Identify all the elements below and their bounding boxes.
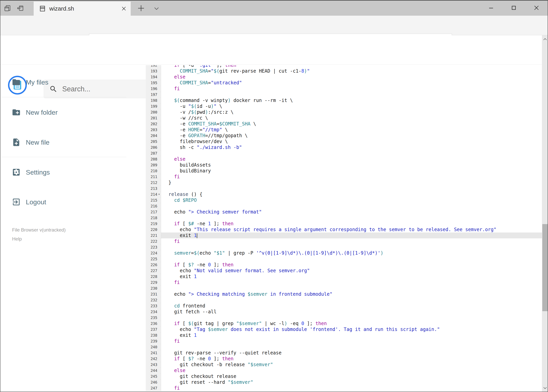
line-number: 210 xyxy=(146,168,161,174)
code-line-208[interactable]: 208 else xyxy=(146,156,542,162)
code-line-204[interactable]: 204 -e GOPATH=//tmp/gopath \ xyxy=(146,133,542,139)
code-line-238[interactable]: 238 exit 1 xyxy=(146,332,542,338)
logout-icon xyxy=(12,197,21,206)
code-line-215[interactable]: 215 cd $REPO xyxy=(146,197,542,203)
line-number: 208 xyxy=(146,156,161,162)
code-line-203[interactable]: 203 -e HOME="//tmp" \ xyxy=(146,127,542,133)
code-line-233[interactable]: 233 cd frontend xyxy=(146,303,542,309)
scroll-down-icon[interactable] xyxy=(542,385,548,391)
tab-list-chevron-icon[interactable] xyxy=(152,5,161,12)
code-line-237[interactable]: 237 echo "Tag $semver does not exist in … xyxy=(146,326,542,332)
folder-icon xyxy=(12,78,21,87)
code-line-212[interactable]: 212} xyxy=(146,180,542,186)
minimize-button[interactable] xyxy=(482,3,500,13)
code-line-206[interactable]: 206 sh -c "./wizard.sh -b" xyxy=(146,144,542,150)
line-number: 222 xyxy=(146,238,161,244)
line-number: 226 xyxy=(146,262,161,268)
sidebar-item-new-file[interactable]: New file xyxy=(12,135,121,149)
line-number: 209 xyxy=(146,162,161,168)
code-line-243[interactable]: 243 git checkout -b release "$semver" xyxy=(146,362,542,368)
line-number: 211 xyxy=(146,174,161,180)
code-line-217[interactable]: 217 echo "> Checking semver format" xyxy=(146,209,542,215)
code-line-198[interactable]: 198 $(command -v winpty) docker run --rm… xyxy=(146,98,542,103)
close-button[interactable] xyxy=(528,3,545,13)
code-line-230[interactable]: 230 xyxy=(146,285,542,291)
help-link[interactable]: Help xyxy=(12,234,66,244)
line-number: 245 xyxy=(146,373,161,379)
code-line-245[interactable]: 245 git checkout release xyxy=(146,373,542,379)
code-line-225[interactable]: 225 xyxy=(146,256,542,262)
tabs-aside-icon[interactable] xyxy=(16,4,24,12)
code-line-231[interactable]: 231 echo "> Checking matching $semver in… xyxy=(146,291,542,297)
code-line-199[interactable]: 199 -u "$(id -u)" \ xyxy=(146,103,542,109)
new-tab-button[interactable] xyxy=(137,4,146,12)
line-number: 246 xyxy=(146,379,161,385)
fold-marker-icon[interactable]: ▾ xyxy=(157,191,161,197)
code-line-234[interactable]: 234 git fetch --all xyxy=(146,309,542,315)
code-line-247[interactable]: 247 fi xyxy=(146,385,542,391)
scroll-up-icon[interactable] xyxy=(542,36,548,43)
code-editor[interactable]: 192 if [ -d ".git" ]; then193 COMMIT_SHA… xyxy=(146,65,542,392)
scrollbar-thumb[interactable] xyxy=(542,224,548,311)
code-line-224[interactable]: 224 semver=$(echo "$1" | grep -P '^v(0|[… xyxy=(146,250,542,256)
code-line-221[interactable]: 221 exit 1 xyxy=(146,232,542,238)
line-number: 201 xyxy=(146,115,161,121)
code-line-192[interactable]: 192 if [ -d ".git" ]; then xyxy=(146,65,542,68)
browser-tab[interactable]: wizard.sh xyxy=(34,1,131,16)
sidebar-divider xyxy=(1,157,126,157)
code-line-216[interactable]: 216 xyxy=(146,203,542,209)
sidebar-item-new-folder[interactable]: New folder xyxy=(12,105,121,119)
line-number: 243 xyxy=(146,362,161,368)
code-line-194[interactable]: 194 else xyxy=(146,74,542,80)
code-line-214[interactable]: 214▾release () { xyxy=(146,191,542,197)
code-line-210[interactable]: 210 buildBinary xyxy=(146,168,542,174)
code-line-223[interactable]: 223 xyxy=(146,244,542,250)
app-version: File Browser v(untracked) xyxy=(12,225,66,234)
code-line-201[interactable]: 201 -w //src \ xyxy=(146,115,542,121)
line-number: 200 xyxy=(146,109,161,115)
page-scrollbar[interactable] xyxy=(542,35,548,392)
code-line-219[interactable]: 219 if [ $# -ne 1 ]; then xyxy=(146,221,542,227)
code-line-211[interactable]: 211 fi xyxy=(146,174,542,180)
code-line-244[interactable]: 244 else xyxy=(146,368,542,373)
sidebar-item-logout[interactable]: Logout xyxy=(12,195,121,209)
sidebar-item-my-files[interactable]: My files xyxy=(12,75,121,89)
tab-preview-icon[interactable] xyxy=(4,4,11,12)
code-line-205[interactable]: 205 filebrowser/dev \ xyxy=(146,139,542,144)
line-number: 216 xyxy=(146,203,161,209)
code-line-196[interactable]: 196 fi xyxy=(146,86,542,91)
code-line-218[interactable]: 218 xyxy=(146,215,542,221)
code-line-232[interactable]: 232 xyxy=(146,297,542,303)
code-line-207[interactable]: 207 xyxy=(146,150,542,156)
code-line-241[interactable]: 241 git rev-parse --verify --quiet relea… xyxy=(146,350,542,356)
code-line-195[interactable]: 195 COMMIT_SHA="untracked" xyxy=(146,80,542,86)
code-line-200[interactable]: 200 -v /$(pwd):/src:z \ xyxy=(146,109,542,115)
code-line-236[interactable]: 236 if [ $(git tag | grep "$semver" | wc… xyxy=(146,321,542,326)
sidebar-item-settings[interactable]: Settings xyxy=(12,165,121,179)
sidebar-item-label: Logout xyxy=(26,198,46,206)
code-line-202[interactable]: 202 -e COMMIT_SHA=$COMMIT_SHA \ xyxy=(146,121,542,127)
code-line-193[interactable]: 193 COMMIT_SHA="$(git rev-parse HEAD | c… xyxy=(146,68,542,74)
line-number: 232 xyxy=(146,297,161,303)
code-line-242[interactable]: 242 if [ $? -ne 0 ]; then xyxy=(146,356,542,362)
tab-close-icon[interactable] xyxy=(117,1,131,16)
code-line-235[interactable]: 235 xyxy=(146,315,542,321)
code-line-246[interactable]: 246 git reset --hard "$semver" xyxy=(146,379,542,385)
sidebar-item-label: New file xyxy=(26,139,49,146)
code-line-220[interactable]: 220 echo "This release script requires a… xyxy=(146,227,542,232)
code-line-229[interactable]: 229 fi xyxy=(146,280,542,285)
code-line-209[interactable]: 209 buildAssets xyxy=(146,162,542,168)
line-number: 202 xyxy=(146,121,161,127)
code-line-239[interactable]: 239 fi xyxy=(146,338,542,344)
line-number: 235 xyxy=(146,315,161,321)
code-line-222[interactable]: 222 fi xyxy=(146,238,542,244)
code-line-213[interactable]: 213 xyxy=(146,186,542,191)
code-line-226[interactable]: 226 if [ $? -ne 0 ]; then xyxy=(146,262,542,268)
code-line-240[interactable]: 240 xyxy=(146,344,542,350)
code-line-197[interactable]: 197 xyxy=(146,91,542,98)
maximize-button[interactable] xyxy=(505,3,523,13)
code-line-228[interactable]: 228 exit 1 xyxy=(146,273,542,280)
code-line-227[interactable]: 227 echo "Not valid semver format. See s… xyxy=(146,268,542,273)
new-file-icon xyxy=(12,138,21,147)
line-number: 195 xyxy=(146,80,161,86)
